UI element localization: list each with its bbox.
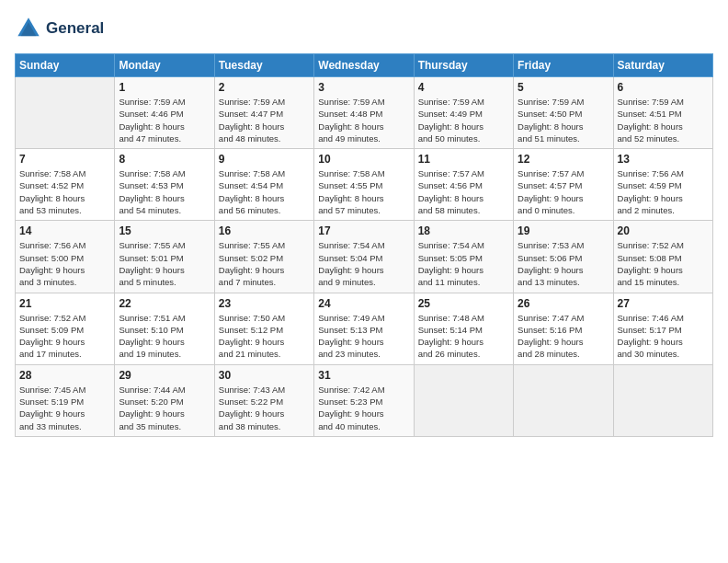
weekday-header-thursday: Thursday [414,54,513,77]
logo-icon [15,15,42,42]
calendar-cell [414,364,513,436]
day-info: Sunrise: 7:55 AM Sunset: 5:02 PM Dayligh… [219,239,310,288]
day-number: 18 [418,224,509,237]
calendar-cell: 1Sunrise: 7:59 AM Sunset: 4:46 PM Daylig… [115,77,214,149]
day-info: Sunrise: 7:59 AM Sunset: 4:47 PM Dayligh… [219,96,310,144]
calendar-cell: 25Sunrise: 7:48 AM Sunset: 5:14 PM Dayli… [414,293,513,364]
calendar-cell: 29Sunrise: 7:44 AM Sunset: 5:20 PM Dayli… [115,364,214,436]
calendar-cell: 28Sunrise: 7:45 AM Sunset: 5:19 PM Dayli… [16,364,115,436]
calendar-cell: 18Sunrise: 7:54 AM Sunset: 5:05 PM Dayli… [414,221,513,293]
calendar-cell: 5Sunrise: 7:59 AM Sunset: 4:50 PM Daylig… [514,77,613,149]
day-number: 14 [19,224,110,237]
calendar-cell: 2Sunrise: 7:59 AM Sunset: 4:47 PM Daylig… [214,77,313,149]
calendar-cell: 4Sunrise: 7:59 AM Sunset: 4:49 PM Daylig… [414,77,513,149]
day-number: 2 [219,81,310,94]
day-number: 30 [219,369,310,382]
calendar-week-3: 14Sunrise: 7:56 AM Sunset: 5:00 PM Dayli… [16,221,713,293]
calendar-cell: 17Sunrise: 7:54 AM Sunset: 5:04 PM Dayli… [314,221,414,293]
day-info: Sunrise: 7:59 AM Sunset: 4:51 PM Dayligh… [618,96,709,144]
day-info: Sunrise: 7:45 AM Sunset: 5:19 PM Dayligh… [19,384,110,432]
calendar-cell: 6Sunrise: 7:59 AM Sunset: 4:51 PM Daylig… [613,77,712,149]
day-info: Sunrise: 7:59 AM Sunset: 4:48 PM Dayligh… [318,96,409,144]
day-info: Sunrise: 7:56 AM Sunset: 5:00 PM Dayligh… [19,239,110,288]
day-number: 6 [618,81,709,94]
day-number: 7 [19,153,110,166]
day-info: Sunrise: 7:48 AM Sunset: 5:14 PM Dayligh… [418,312,509,361]
calendar-cell [613,364,712,436]
calendar-cell [514,364,613,436]
day-info: Sunrise: 7:51 AM Sunset: 5:10 PM Dayligh… [119,312,210,361]
day-number: 25 [418,297,509,310]
day-info: Sunrise: 7:59 AM Sunset: 4:46 PM Dayligh… [119,96,210,144]
calendar-cell: 27Sunrise: 7:46 AM Sunset: 5:17 PM Dayli… [613,293,712,364]
day-info: Sunrise: 7:59 AM Sunset: 4:50 PM Dayligh… [518,96,609,144]
day-info: Sunrise: 7:49 AM Sunset: 5:13 PM Dayligh… [318,312,409,361]
logo-text: General [46,19,104,38]
calendar-cell: 13Sunrise: 7:56 AM Sunset: 4:59 PM Dayli… [613,149,712,221]
weekday-header-saturday: Saturday [613,54,712,77]
day-info: Sunrise: 7:54 AM Sunset: 5:04 PM Dayligh… [318,239,409,288]
weekday-header-row: SundayMondayTuesdayWednesdayThursdayFrid… [16,54,713,77]
day-info: Sunrise: 7:58 AM Sunset: 4:52 PM Dayligh… [19,167,110,216]
day-info: Sunrise: 7:46 AM Sunset: 5:17 PM Dayligh… [618,312,709,361]
day-number: 20 [618,224,709,237]
calendar-cell: 10Sunrise: 7:58 AM Sunset: 4:55 PM Dayli… [314,149,414,221]
day-info: Sunrise: 7:52 AM Sunset: 5:09 PM Dayligh… [19,312,110,361]
weekday-header-tuesday: Tuesday [214,54,313,77]
weekday-header-friday: Friday [514,54,613,77]
day-number: 1 [119,81,210,94]
weekday-header-wednesday: Wednesday [314,54,414,77]
day-number: 15 [119,224,210,237]
day-info: Sunrise: 7:47 AM Sunset: 5:16 PM Dayligh… [518,312,609,361]
calendar-cell: 30Sunrise: 7:43 AM Sunset: 5:22 PM Dayli… [214,364,313,436]
day-info: Sunrise: 7:54 AM Sunset: 5:05 PM Dayligh… [418,239,509,288]
day-number: 9 [219,153,310,166]
day-number: 5 [518,81,609,94]
calendar-cell: 20Sunrise: 7:52 AM Sunset: 5:08 PM Dayli… [613,221,712,293]
day-number: 16 [219,224,310,237]
day-info: Sunrise: 7:57 AM Sunset: 4:57 PM Dayligh… [518,167,609,216]
calendar-cell: 16Sunrise: 7:55 AM Sunset: 5:02 PM Dayli… [214,221,313,293]
calendar-cell: 9Sunrise: 7:58 AM Sunset: 4:54 PM Daylig… [214,149,313,221]
calendar-cell [16,77,115,149]
calendar-cell: 8Sunrise: 7:58 AM Sunset: 4:53 PM Daylig… [115,149,214,221]
day-number: 22 [119,297,210,310]
day-number: 12 [518,153,609,166]
calendar-cell: 26Sunrise: 7:47 AM Sunset: 5:16 PM Dayli… [514,293,613,364]
page-container: General SundayMondayTuesdayWednesdayThur… [0,0,728,444]
calendar-body: 1Sunrise: 7:59 AM Sunset: 4:46 PM Daylig… [16,77,713,437]
day-info: Sunrise: 7:53 AM Sunset: 5:06 PM Dayligh… [518,239,609,288]
calendar-week-1: 1Sunrise: 7:59 AM Sunset: 4:46 PM Daylig… [16,77,713,149]
day-number: 27 [618,297,709,310]
calendar-week-2: 7Sunrise: 7:58 AM Sunset: 4:52 PM Daylig… [16,149,713,221]
calendar-cell: 22Sunrise: 7:51 AM Sunset: 5:10 PM Dayli… [115,293,214,364]
day-number: 10 [318,153,409,166]
day-info: Sunrise: 7:57 AM Sunset: 4:56 PM Dayligh… [418,167,509,216]
day-number: 11 [418,153,509,166]
day-info: Sunrise: 7:43 AM Sunset: 5:22 PM Dayligh… [219,384,310,432]
day-number: 4 [418,81,509,94]
calendar-cell: 15Sunrise: 7:55 AM Sunset: 5:01 PM Dayli… [115,221,214,293]
calendar-cell: 12Sunrise: 7:57 AM Sunset: 4:57 PM Dayli… [514,149,613,221]
day-number: 3 [318,81,409,94]
day-info: Sunrise: 7:58 AM Sunset: 4:54 PM Dayligh… [219,167,310,216]
day-info: Sunrise: 7:56 AM Sunset: 4:59 PM Dayligh… [618,167,709,216]
calendar-cell: 7Sunrise: 7:58 AM Sunset: 4:52 PM Daylig… [16,149,115,221]
calendar-cell: 21Sunrise: 7:52 AM Sunset: 5:09 PM Dayli… [16,293,115,364]
day-number: 13 [618,153,709,166]
calendar-cell: 11Sunrise: 7:57 AM Sunset: 4:56 PM Dayli… [414,149,513,221]
day-number: 29 [119,369,210,382]
weekday-header-sunday: Sunday [16,54,115,77]
header: General [15,15,713,42]
day-number: 28 [19,369,110,382]
day-number: 23 [219,297,310,310]
day-info: Sunrise: 7:58 AM Sunset: 4:53 PM Dayligh… [119,167,210,216]
day-number: 17 [318,224,409,237]
day-info: Sunrise: 7:58 AM Sunset: 4:55 PM Dayligh… [318,167,409,216]
calendar-cell: 24Sunrise: 7:49 AM Sunset: 5:13 PM Dayli… [314,293,414,364]
logo: General [15,15,104,42]
day-info: Sunrise: 7:52 AM Sunset: 5:08 PM Dayligh… [618,239,709,288]
day-info: Sunrise: 7:55 AM Sunset: 5:01 PM Dayligh… [119,239,210,288]
calendar-week-4: 21Sunrise: 7:52 AM Sunset: 5:09 PM Dayli… [16,293,713,364]
day-info: Sunrise: 7:59 AM Sunset: 4:49 PM Dayligh… [418,96,509,144]
